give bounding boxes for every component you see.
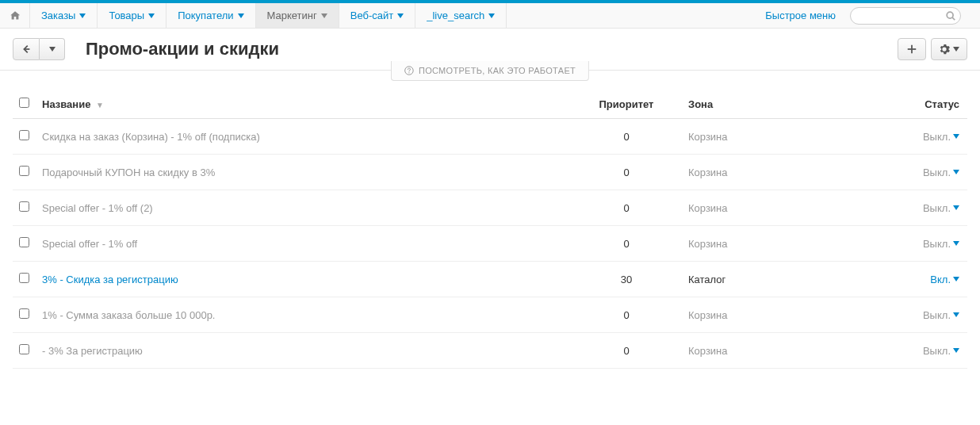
nav-item-2[interactable]: Покупатели	[167, 3, 255, 28]
row-checkbox[interactable]	[19, 308, 29, 319]
quick-menu-link[interactable]: Быстрое меню	[754, 3, 847, 28]
column-header-name[interactable]: Название ▼	[36, 90, 571, 119]
promotion-link[interactable]: Special offer - 1% off (2)	[42, 202, 153, 214]
row-checkbox[interactable]	[19, 237, 29, 247]
status-toggle[interactable]: Вкл.	[930, 274, 959, 285]
nav-item-5[interactable]: _live_search	[415, 3, 507, 28]
column-header-status[interactable]: Статус	[888, 90, 967, 119]
cell-checkbox	[13, 190, 36, 226]
caret-down-icon	[953, 277, 959, 281]
help-banner[interactable]: ПОСМОТРЕТЬ, КАК ЭТО РАБОТАЕТ	[391, 61, 589, 81]
table-row: Скидка на заказ (Корзина) - 1% off (подп…	[13, 119, 967, 155]
status-toggle[interactable]: Выкл.	[923, 345, 959, 357]
cell-zone: Корзина	[682, 333, 888, 369]
cell-status: Выкл.	[888, 190, 967, 226]
nav-item-4[interactable]: Веб-сайт	[339, 3, 415, 28]
row-checkbox[interactable]	[19, 201, 29, 212]
status-toggle[interactable]: Выкл.	[923, 131, 959, 143]
cell-checkbox	[13, 262, 36, 297]
cell-status: Выкл.	[888, 333, 967, 369]
status-toggle[interactable]: Выкл.	[923, 167, 959, 178]
gear-icon	[939, 44, 950, 55]
caret-down-icon	[953, 170, 959, 174]
cell-zone: Корзина	[682, 297, 888, 333]
cell-name: Подарочный КУПОН на скидку в 3%	[36, 155, 571, 190]
status-label: Выкл.	[923, 202, 951, 214]
table-row: 1% - Сумма заказа больше 10 000р.0Корзин…	[13, 297, 967, 333]
table-row: Подарочный КУПОН на скидку в 3%0КорзинаВ…	[13, 155, 967, 190]
promotions-table-wrap: Название ▼ Приоритет Зона Статус Скидка …	[0, 71, 980, 369]
plus-icon	[906, 44, 917, 55]
cell-checkbox	[13, 226, 36, 262]
promotion-link[interactable]: Special offer - 1% off	[42, 238, 137, 250]
column-header-zone[interactable]: Зона	[682, 90, 888, 119]
cell-name: Скидка на заказ (Корзина) - 1% off (подп…	[36, 119, 571, 155]
status-label: Выкл.	[923, 167, 951, 178]
column-header-priority[interactable]: Приоритет	[571, 90, 682, 119]
table-row: Special offer - 1% off (2)0КорзинаВыкл.	[13, 190, 967, 226]
row-checkbox[interactable]	[19, 130, 29, 140]
nav-item-0[interactable]: Заказы	[30, 3, 98, 28]
cell-priority: 0	[571, 119, 682, 155]
back-dropdown-button[interactable]	[40, 38, 65, 60]
caret-down-icon	[953, 348, 959, 353]
cell-priority: 0	[571, 297, 682, 333]
nav-item-label: Товары	[109, 10, 144, 21]
nav-item-1[interactable]: Товары	[98, 3, 167, 28]
back-button[interactable]	[13, 38, 40, 60]
caret-down-icon	[953, 241, 959, 246]
caret-down-icon	[397, 13, 404, 18]
caret-down-icon	[148, 13, 155, 18]
cell-status: Выкл.	[888, 119, 967, 155]
promotion-link[interactable]: - 3% За регистрацию	[42, 345, 143, 357]
status-label: Выкл.	[923, 238, 951, 250]
promotions-table: Название ▼ Приоритет Зона Статус Скидка …	[13, 90, 967, 369]
row-checkbox[interactable]	[19, 273, 29, 283]
select-all-checkbox[interactable]	[19, 98, 29, 108]
cell-zone: Каталог	[682, 262, 888, 297]
cell-zone: Корзина	[682, 155, 888, 190]
cell-status: Выкл.	[888, 297, 967, 333]
cell-priority: 0	[571, 190, 682, 226]
status-toggle[interactable]: Выкл.	[923, 202, 959, 214]
cell-checkbox	[13, 333, 36, 369]
status-label: Выкл.	[923, 131, 951, 143]
row-checkbox[interactable]	[19, 166, 29, 176]
cell-priority: 30	[571, 262, 682, 297]
nav-item-label: Заказы	[41, 10, 75, 21]
status-toggle[interactable]: Выкл.	[923, 238, 959, 250]
quick-menu-label: Быстрое меню	[765, 10, 836, 21]
promotion-link[interactable]: 1% - Сумма заказа больше 10 000р.	[42, 309, 215, 321]
nav-item-3[interactable]: Маркетинг	[256, 3, 339, 28]
cell-priority: 0	[571, 333, 682, 369]
back-button-group	[13, 38, 65, 60]
caret-down-icon	[488, 13, 495, 18]
cell-zone: Корзина	[682, 190, 888, 226]
add-button[interactable]	[898, 38, 926, 60]
cell-zone: Корзина	[682, 119, 888, 155]
promotion-link[interactable]: Подарочный КУПОН на скидку в 3%	[42, 167, 215, 178]
search-input[interactable]	[850, 7, 961, 25]
cell-checkbox	[13, 297, 36, 333]
home-icon	[10, 10, 21, 21]
home-button[interactable]	[0, 3, 30, 28]
caret-down-icon	[238, 13, 244, 18]
cell-name: 1% - Сумма заказа больше 10 000р.	[36, 297, 571, 333]
promotion-link[interactable]: Скидка на заказ (Корзина) - 1% off (подп…	[42, 131, 260, 143]
nav-item-label: Покупатели	[178, 10, 233, 21]
cell-name: Special offer - 1% off (2)	[36, 190, 571, 226]
nav-item-label: Маркетинг	[267, 10, 317, 21]
status-label: Выкл.	[923, 309, 951, 321]
promotion-link[interactable]: 3% - Скидка за регистрацию	[42, 274, 178, 285]
row-checkbox[interactable]	[19, 344, 29, 354]
table-row: Special offer - 1% off0КорзинаВыкл.	[13, 226, 967, 262]
cell-name: Special offer - 1% off	[36, 226, 571, 262]
status-toggle[interactable]: Выкл.	[923, 309, 959, 321]
settings-dropdown-button[interactable]	[931, 38, 967, 60]
arrow-left-icon	[21, 44, 32, 55]
page-header: Промо-акции и скидки ПОСМОТРЕТЬ, КАК ЭТО…	[0, 29, 980, 71]
page-title: Промо-акции и скидки	[86, 39, 279, 59]
caret-down-icon	[953, 47, 959, 52]
cell-priority: 0	[571, 226, 682, 262]
nav-item-label: _live_search	[427, 10, 484, 21]
